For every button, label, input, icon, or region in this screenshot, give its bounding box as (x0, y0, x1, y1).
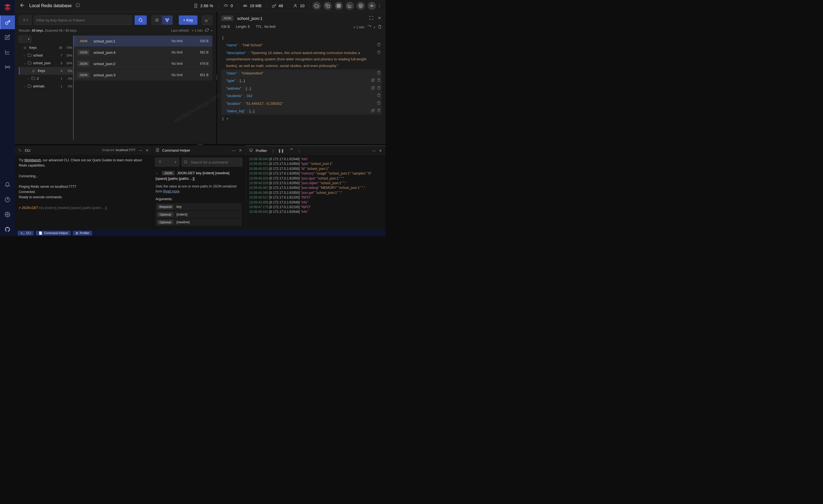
back-button[interactable] (19, 2, 25, 9)
svg-point-14 (184, 160, 187, 163)
footer-helper-chip[interactable]: 📄Command Helper (36, 231, 70, 235)
detail-type-badge: JSON (221, 15, 233, 21)
metric-keys: 48 (267, 3, 289, 8)
arg-row: Optional[newline] (156, 219, 242, 226)
detail-meta: 530 B Length: 8 TTL: No limit < 1 min ▾ (221, 25, 382, 29)
nav-notifications[interactable] (0, 178, 15, 192)
json-field-row[interactable]: "class":"independent" (221, 69, 382, 77)
metric-memory: 19 MB (238, 3, 267, 8)
svg-point-4 (225, 6, 226, 6)
tree-item[interactable]: ›school715% (19, 51, 73, 59)
filter-dropdown[interactable]: ▾ (19, 15, 31, 25)
svg-point-2 (7, 214, 8, 215)
cloud-icon[interactable] (313, 2, 321, 10)
svg-point-6 (295, 4, 296, 6)
bulk-actions-button[interactable] (202, 15, 212, 25)
workbench-link[interactable]: Workbench (24, 158, 41, 162)
profiler-log-line: 10:09:40.024 [0 172.17.0.1:62650] "json.… (249, 176, 382, 181)
profiler-log-line: 10:09:43.856 [0 172.17.0.1:62648] "info" (249, 200, 382, 205)
helper-back-button[interactable]: ← (156, 171, 159, 175)
detail-panel: JSON school_json:1 530 B Length: 8 TTL: … (217, 12, 385, 144)
nav-pubsub[interactable] (0, 60, 15, 74)
svg-point-10 (139, 18, 142, 21)
nav-settings[interactable] (0, 208, 15, 221)
header: Local Redis database 2.66 % 0 19 MB 48 1… (15, 0, 385, 12)
left-sidebar (0, 0, 15, 236)
svg-rect-12 (168, 18, 169, 20)
profiler-panel: Profiler | ❚❚ | — ✕ 10:09:38.840 [0 172.… (245, 146, 385, 230)
tree-item[interactable]: ›animals12% (19, 82, 73, 90)
gear-icon[interactable] (368, 2, 376, 10)
key-row[interactable]: JSONschool_json:3No limit601 B (73, 69, 212, 80)
key-row[interactable]: JSONschool_json:4No limit562 B (73, 47, 212, 58)
key-row[interactable]: JSONschool_json:1No limit530 B (73, 35, 212, 47)
cli-close[interactable]: ✕ (146, 148, 149, 152)
info-icon[interactable] (75, 3, 80, 8)
profiler-body[interactable]: 10:09:38.840 [0 172.17.0.1:62648] "info"… (246, 155, 385, 230)
profiler-clear[interactable] (290, 148, 294, 153)
search-button[interactable] (135, 15, 147, 25)
copy-icon[interactable] (324, 2, 332, 10)
list-view-button[interactable] (152, 15, 162, 25)
profiler-log-line: 10:09:40.067 [0 172.17.0.1:62650] "json.… (249, 186, 382, 190)
add-field-button[interactable]: ＋ (225, 115, 229, 122)
delimiter-select[interactable]: :▾ (19, 35, 31, 43)
delete-key-button[interactable] (378, 25, 382, 29)
svg-rect-13 (167, 21, 168, 22)
detail-refresh-button[interactable] (367, 25, 371, 29)
close-detail-button[interactable] (377, 16, 382, 21)
nav-github[interactable] (0, 222, 15, 236)
tree-view-button[interactable] (162, 15, 173, 25)
key-filter-input[interactable] (34, 15, 132, 25)
chart-icon[interactable] (346, 2, 354, 10)
footer-cli-chip[interactable]: ≻_CLI (18, 231, 34, 235)
profiler-icon (249, 148, 253, 153)
edit-field-icon (371, 85, 375, 92)
json-field-row[interactable]: "students":342 (221, 92, 382, 100)
fullscreen-button[interactable] (369, 16, 373, 21)
nav-analysis[interactable] (0, 45, 15, 59)
profiler-log-line: 10:09:40.517 [0 172.17.0.1:62100] "INFO" (249, 195, 382, 200)
nav-workbench[interactable] (0, 30, 15, 44)
svg-point-0 (7, 66, 8, 67)
key-row[interactable]: JSONschool_json:2No limit478 B (73, 58, 212, 69)
cli-body[interactable]: Try Workbench, our advanced CLI. Check o… (15, 155, 152, 230)
tree-item[interactable]: Keys48% (19, 67, 73, 75)
nav-help[interactable] (0, 193, 15, 206)
profiler-log-line: 10:09:47.175 [0 172.17.0.1:62100] "INFO" (249, 205, 382, 209)
json-field-row[interactable]: "status_log":[...] (221, 107, 382, 115)
json-field-row[interactable]: "description":"Spanning 10 states, this … (221, 49, 382, 69)
json-field-row[interactable]: "location":"51.445417, -0.258352" (221, 100, 382, 107)
json-field-row[interactable]: "address":{...} (221, 85, 382, 92)
grid-icon[interactable] (335, 2, 343, 10)
layers-icon[interactable] (357, 2, 365, 10)
helper-search-input[interactable] (181, 158, 242, 167)
nav-browser[interactable] (0, 15, 15, 29)
add-key-button[interactable]: + Key (179, 15, 197, 25)
json-field-row[interactable]: "type":[...] (221, 77, 382, 85)
redis-logo (3, 3, 12, 12)
kebab-menu[interactable]: ⋮ (377, 4, 381, 8)
tree-item[interactable]: ›212% (19, 75, 73, 82)
browser-row: ▾ + Key Results: 48 keys. Scanned 48 / 4… (15, 12, 385, 144)
json-field-row[interactable]: "name":"Hall School" (221, 41, 382, 49)
footer-profiler-chip[interactable]: ⊞Profiler (73, 231, 92, 235)
helper-close[interactable]: ✕ (239, 148, 242, 152)
delete-field-icon (377, 50, 381, 56)
profiler-minimize[interactable]: — (372, 149, 376, 153)
refresh-button[interactable] (205, 28, 209, 33)
arg-row: Optional[indent] (156, 211, 242, 218)
cli-minimize[interactable]: — (139, 148, 142, 152)
read-more-link[interactable]: Read more (163, 189, 179, 193)
helper-panel: Command Helper — ✕ ▾ ← JS (152, 146, 245, 230)
cli-icon (18, 148, 22, 153)
tree-panel: :▾ Keys3573%›school715%⌄school_json510%K… (19, 35, 73, 140)
key-list: JSONschool_json:1No limit530 BJSONschool… (73, 35, 212, 140)
helper-filter-dropdown[interactable]: ▾ (155, 158, 179, 167)
tree-item[interactable]: Keys3573% (19, 44, 73, 51)
tree-item[interactable]: ⌄school_json510% (19, 59, 73, 67)
helper-minimize[interactable]: — (232, 148, 235, 152)
profiler-close[interactable]: ✕ (379, 149, 382, 153)
profiler-log-line: 10:09:38.840 [0 172.17.0.1:62648] "info" (249, 157, 382, 162)
profiler-pause[interactable]: ❚❚ (278, 149, 284, 153)
